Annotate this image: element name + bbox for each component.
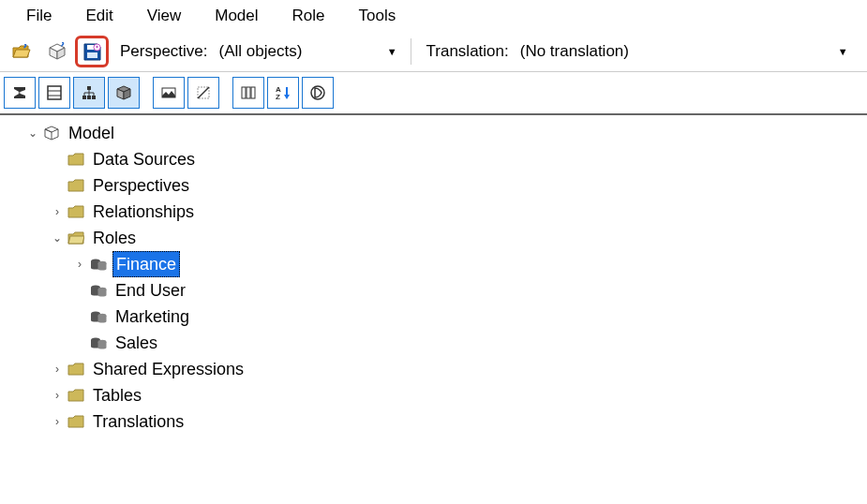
package-icon (115, 84, 132, 101)
tree-label: Model (66, 121, 117, 145)
tree-label: Shared Expressions (90, 357, 247, 381)
toolbar-primary: Perspective: (All objects) ▼ Translation… (0, 32, 867, 72)
svg-rect-9 (92, 96, 96, 99)
svg-rect-6 (87, 86, 91, 90)
expander-closed-icon[interactable]: › (49, 200, 66, 224)
svg-rect-1 (87, 52, 97, 58)
tree-node-shared-expressions[interactable]: › Shared Expressions (2, 357, 865, 381)
tree-node-translations[interactable]: › Translations (2, 409, 865, 434)
tree-label: End User (112, 278, 188, 303)
image-icon (160, 84, 177, 101)
svg-rect-18 (242, 87, 246, 98)
hierarchy-button[interactable] (73, 77, 105, 109)
tree-node-role-end-user[interactable]: › End User (2, 278, 865, 303)
columns-icon (240, 84, 257, 101)
expander-open-icon[interactable]: ⌄ (24, 121, 41, 145)
expander-closed-icon[interactable]: › (49, 383, 66, 408)
save-icon (82, 42, 101, 61)
tree-label: Translations (90, 409, 187, 434)
tree-label: Roles (90, 226, 139, 250)
package-button[interactable] (108, 77, 140, 109)
folder-icon (66, 412, 86, 431)
menu-bar: File Edit View Model Role Tools (0, 0, 867, 32)
save-button[interactable] (75, 36, 109, 67)
menu-edit[interactable]: Edit (68, 5, 129, 27)
role-icon (88, 281, 109, 300)
expander-open-icon[interactable]: ⌄ (49, 226, 66, 250)
folder-icon (66, 150, 86, 169)
sigma-button[interactable] (4, 77, 36, 109)
tree-label: Tables (90, 383, 144, 408)
folder-icon (66, 360, 86, 378)
image-button[interactable] (153, 77, 185, 109)
translation-combo[interactable]: (No translation) ▼ (513, 38, 856, 65)
tree-node-model[interactable]: ⌄ Model (2, 121, 865, 145)
toolbar-separator (411, 38, 411, 65)
tree-label: Data Sources (90, 147, 198, 171)
tree-node-role-finance[interactable]: › Finance (2, 252, 865, 276)
tree-node-data-sources[interactable]: › Data Sources (2, 147, 865, 171)
menu-view[interactable]: View (130, 5, 199, 27)
role-icon (88, 307, 109, 326)
menu-model[interactable]: Model (198, 5, 275, 27)
role-icon (88, 255, 109, 274)
expander-closed-icon[interactable]: › (49, 409, 66, 434)
folder-icon (66, 176, 86, 195)
sigma-icon (11, 84, 28, 101)
model-tree[interactable]: ⌄ Model › Data Sources › Perspectives › … (0, 115, 867, 441)
chevron-down-icon: ▼ (387, 46, 397, 57)
perspective-combo[interactable]: (All objects) ▼ (212, 38, 405, 65)
tree-label: Sales (112, 331, 160, 355)
tree-node-relationships[interactable]: › Relationships (2, 200, 865, 224)
menu-role[interactable]: Role (276, 5, 342, 27)
folder-open-icon (66, 229, 86, 247)
crop-button[interactable] (187, 77, 219, 109)
cube-button[interactable] (43, 37, 71, 66)
tree-label: Marketing (112, 304, 192, 329)
open-folder-icon (12, 44, 31, 59)
tree-node-perspectives[interactable]: › Perspectives (2, 173, 865, 198)
toolbar-secondary: A Z (0, 72, 867, 115)
cube-outline-icon (41, 124, 62, 142)
svg-text:Z: Z (276, 93, 280, 101)
cube-icon (48, 42, 67, 61)
folder-icon (66, 202, 86, 221)
columns-button[interactable] (232, 77, 264, 109)
perspective-value: (All objects) (219, 42, 303, 61)
folder-icon (66, 386, 86, 405)
tree-label: Perspectives (90, 173, 192, 198)
tree-node-role-sales[interactable]: › Sales (2, 331, 865, 355)
translation-label: Translation: (426, 42, 509, 61)
expander-closed-icon[interactable]: › (71, 252, 88, 276)
table-button[interactable] (38, 77, 70, 109)
perspective-label: Perspective: (120, 42, 208, 61)
crop-icon (195, 84, 212, 101)
sort-button[interactable]: A Z (267, 77, 299, 109)
menu-tools[interactable]: Tools (342, 5, 413, 27)
sort-az-icon: A Z (275, 84, 291, 101)
svg-rect-7 (82, 96, 86, 99)
tree-label: Relationships (90, 200, 197, 224)
hierarchy-icon (81, 84, 97, 101)
tree-label-selected: Finance (112, 251, 180, 277)
svg-line-17 (198, 87, 209, 98)
svg-rect-19 (247, 87, 250, 98)
tree-node-roles[interactable]: ⌄ Roles (2, 226, 865, 250)
open-folder-button[interactable] (7, 37, 36, 66)
role-icon (88, 334, 109, 352)
menu-file[interactable]: File (9, 5, 68, 27)
chevron-down-icon: ▼ (838, 46, 848, 57)
tree-node-role-marketing[interactable]: › Marketing (2, 304, 865, 329)
expander-closed-icon[interactable]: › (49, 357, 66, 381)
svg-rect-3 (48, 86, 61, 99)
target-button[interactable] (302, 77, 334, 109)
svg-rect-20 (251, 87, 255, 98)
target-icon (309, 84, 326, 101)
table-icon (46, 84, 63, 101)
tree-node-tables[interactable]: › Tables (2, 383, 865, 408)
svg-rect-8 (87, 96, 91, 99)
translation-value: (No translation) (520, 42, 629, 61)
